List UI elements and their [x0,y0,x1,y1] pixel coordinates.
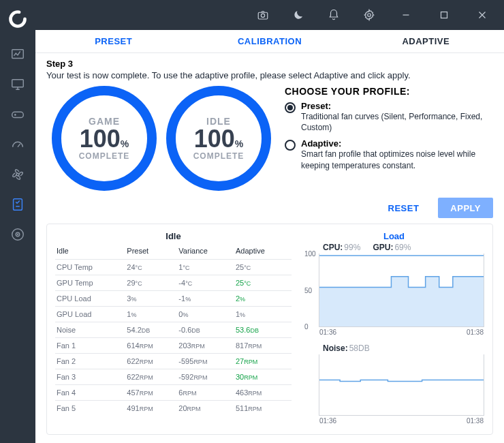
cpu-label: CPU: [323,243,343,252]
svg-rect-1 [12,50,24,59]
row-variance: -595RPM [177,354,234,369]
profile-title: CHOOSE YOUR PROFILE: [285,86,493,97]
row-variance: 1°C [177,260,234,275]
row-adaptive: 25°C [234,260,292,275]
screenshot-button[interactable] [248,0,278,30]
table-section-head: Idle [55,231,292,241]
row-adaptive: 817RPM [234,338,292,354]
results-table: Idle Preset Variance Adaptive CPU Temp24… [55,244,292,416]
gauge-game: GAME 100% COMPLETE [52,86,157,191]
titlebar [35,0,504,30]
row-adaptive: 27RPM [234,354,292,369]
table-row: CPU Temp24°C1°C25°C [55,260,292,275]
table-row: Fan 2622RPM-595RPM27RPM [55,354,292,369]
row-adaptive: 1% [234,307,292,322]
row-preset: 3% [125,291,177,307]
radio-preset[interactable]: Preset: Traditional fan curves (Silent, … [285,101,493,133]
th-variance: Variance [177,244,234,260]
profile-chooser: CHOOSE YOUR PROFILE: Preset: Traditional… [279,86,493,191]
table-row: Fan 5491RPM20RPM511RPM [55,401,292,416]
cpu-value: 99% [344,243,360,252]
notifications-button[interactable] [319,0,349,30]
sidebar-item-storage[interactable] [0,219,35,249]
row-name: CPU Load [55,291,125,307]
row-preset: 29°C [125,275,177,291]
ytick: 50 [304,286,312,294]
table-row: CPU Load3%-1%2% [55,291,292,307]
results-panel: Idle Idle Preset Variance Adaptive CPU T… [46,224,493,435]
chart-load: Load CPU:99% GPU:69% 100 50 0 01:36 01:3… [304,231,484,327]
content-area: Step 3 Your test is now complete. To use… [35,53,504,443]
row-variance: 203RPM [177,338,234,354]
row-name: Fan 2 [55,354,125,369]
gpu-value: 69% [394,243,411,252]
table-row: Fan 1614RPM203RPM817RPM [55,338,292,354]
xtick: 01:36 [319,329,336,336]
row-variance: -4°C [177,275,234,291]
row-preset: 614RPM [125,338,177,354]
gauge-idle: IDLE 100% COMPLETE [166,86,271,191]
tab-bar: PRESET CALIBRATION ADAPTIVE [35,30,504,53]
row-name: GPU Temp [55,275,125,291]
radio-adaptive-dot[interactable] [285,140,296,151]
sidebar-item-monitor[interactable] [0,70,35,100]
window-close[interactable] [466,0,499,30]
row-adaptive: 53.6DB [234,322,292,338]
row-name: Fan 4 [55,385,125,401]
svg-point-8 [18,234,18,235]
th-adaptive: Adaptive [234,244,292,260]
radio-adaptive[interactable]: Adaptive: Smart fan profile that optimiz… [285,138,493,170]
tab-adaptive[interactable]: ADAPTIVE [348,36,504,46]
svg-point-0 [11,12,25,27]
th-preset: Preset [125,244,177,260]
svg-point-4 [16,173,19,176]
row-preset: 24°C [125,260,177,275]
row-name: Fan 3 [55,369,125,385]
svg-rect-3 [12,112,24,117]
row-adaptive: 463RPM [234,385,292,401]
row-variance: -1% [177,291,234,307]
sidebar-item-dashboard[interactable] [0,40,35,70]
row-adaptive: 30RPM [234,369,292,385]
sidebar-item-fan[interactable] [0,159,35,189]
radio-adaptive-label: Adaptive: [301,138,493,149]
row-variance: -592RPM [177,369,234,385]
tab-calibration[interactable]: CALIBRATION [191,36,347,46]
apply-button[interactable]: APPLY [438,198,493,218]
dark-mode-button[interactable] [283,0,313,30]
gpu-label: GPU: [373,243,393,252]
svg-rect-5 [14,199,22,211]
chart-load-title: Load [304,231,484,241]
window-maximize[interactable] [428,0,460,30]
app-logo-icon [8,10,27,29]
radio-preset-dot[interactable] [285,102,296,113]
noise-value: 58DB [349,343,370,353]
table-row: Noise54.2DB-0.6DB53.6DB [55,322,292,338]
tab-preset[interactable]: PRESET [35,36,191,46]
sidebar-item-calibration[interactable] [0,189,35,219]
sidebar-item-gaming[interactable] [0,100,35,129]
settings-button[interactable] [354,0,384,30]
row-name: Noise [55,322,125,338]
row-preset: 622RPM [125,354,177,369]
chart-noise-box: 01:36 01:38 [319,354,484,416]
row-adaptive: 511RPM [234,401,292,416]
window-minimize[interactable] [390,0,422,30]
sidebar-item-tuning[interactable] [0,129,35,159]
chart-load-box: 100 50 0 01:36 01:38 [319,254,484,327]
row-variance: 6RPM [177,385,234,401]
row-variance: 20RPM [177,401,234,416]
noise-label: Noise: [323,343,348,353]
row-preset: 1% [125,307,177,322]
xtick: 01:38 [467,417,484,425]
xtick: 01:38 [467,329,484,336]
row-preset: 54.2DB [125,322,177,338]
row-adaptive: 25°C [234,275,292,291]
gauges: GAME 100% COMPLETE IDLE 100% COMPLETE [46,86,271,191]
reset-button[interactable]: RESET [376,198,432,218]
chart-noise: Noise:58DB 01:36 01:38 [304,343,484,416]
svg-rect-12 [441,12,447,18]
svg-point-10 [261,14,264,17]
sidebar [0,0,35,443]
row-adaptive: 2% [234,291,292,307]
